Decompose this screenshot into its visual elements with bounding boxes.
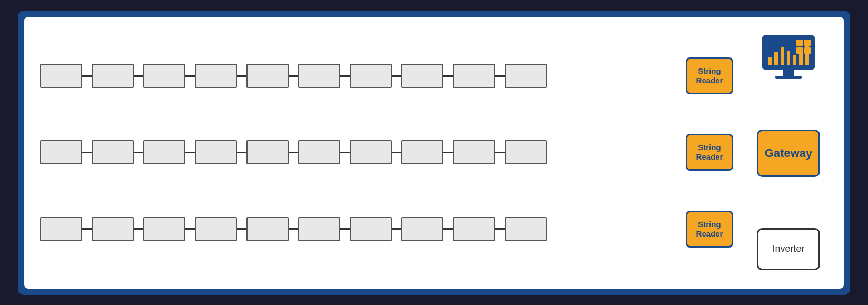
panel-connector <box>443 152 453 153</box>
solar-panel <box>143 64 185 88</box>
panel-connector <box>443 75 453 77</box>
solar-panel <box>350 217 392 241</box>
chart-bar <box>793 55 796 65</box>
inverter-box: Inverter <box>757 228 820 270</box>
solar-panel <box>453 140 495 164</box>
panel-connector <box>340 75 350 77</box>
gateway-label: Gateway <box>765 146 813 160</box>
solar-panel <box>453 217 495 241</box>
solar-panel <box>195 140 237 164</box>
panel-connector <box>340 152 350 153</box>
panel-connector <box>392 152 401 153</box>
panel-connector <box>289 75 298 77</box>
panel-row-3 <box>40 217 680 241</box>
chart-bar <box>787 51 791 65</box>
win-sq-1 <box>796 40 803 46</box>
solar-panel <box>246 217 289 241</box>
panel-connector <box>392 75 401 77</box>
panel-connector <box>340 228 350 230</box>
panel-connector <box>289 228 298 230</box>
panel-row-2 <box>40 140 680 164</box>
panel-connector <box>289 152 298 153</box>
solar-panels-area <box>40 27 680 278</box>
panel-connector <box>495 228 505 230</box>
panel-connector <box>134 75 143 77</box>
chart-bar <box>774 52 778 65</box>
solar-panel <box>505 217 547 241</box>
gateway-box: Gateway <box>757 130 820 177</box>
panel-connector <box>185 75 195 77</box>
diagram-panel: StringReader StringReader StringReader <box>24 17 844 289</box>
panel-connector <box>237 228 246 230</box>
solar-panel <box>401 64 443 88</box>
windows-icon <box>796 40 811 54</box>
solar-panel <box>92 64 134 88</box>
solar-panel <box>40 217 82 241</box>
chart-bar <box>768 57 772 65</box>
solar-panel <box>143 140 185 164</box>
panel-connector <box>82 152 92 153</box>
solar-panel <box>195 64 237 88</box>
solar-panel <box>246 140 289 164</box>
monitor-base <box>775 76 802 79</box>
right-equipment-area: Gateway Inverter <box>738 27 828 278</box>
win-sq-4 <box>804 47 811 54</box>
solar-panel <box>298 140 340 164</box>
solar-panel <box>92 217 134 241</box>
solar-panel <box>505 64 547 88</box>
outer-frame: StringReader StringReader StringReader <box>18 11 850 295</box>
panel-row-1 <box>40 64 680 88</box>
panel-connector <box>495 152 505 153</box>
solar-panel <box>40 64 82 88</box>
full-layout: StringReader StringReader StringReader <box>40 27 828 278</box>
panel-connector <box>237 75 246 77</box>
solar-panel <box>505 140 547 164</box>
solar-panel <box>298 217 340 241</box>
win-sq-3 <box>796 47 803 54</box>
solar-panel <box>143 217 185 241</box>
solar-panel <box>40 140 82 164</box>
panel-connector <box>392 228 401 230</box>
solar-panel <box>350 64 392 88</box>
string-readers-area: StringReader StringReader StringReader <box>680 27 738 278</box>
monitor-stand <box>783 70 794 76</box>
string-reader-1: StringReader <box>686 57 733 94</box>
string-reader-3: StringReader <box>686 211 733 248</box>
panel-connector <box>82 75 92 77</box>
win-sq-2 <box>804 40 811 46</box>
dashboard-monitor <box>757 35 820 79</box>
solar-panel <box>92 140 134 164</box>
panel-connector <box>185 228 195 230</box>
solar-panel <box>195 217 237 241</box>
chart-bar <box>781 47 784 65</box>
solar-panel <box>453 64 495 88</box>
panel-connector <box>82 228 92 230</box>
inverter-label: Inverter <box>772 243 804 254</box>
solar-panel <box>350 140 392 164</box>
solar-panel <box>401 140 443 164</box>
panel-connector <box>237 152 246 153</box>
panel-connector <box>443 228 453 230</box>
solar-panel <box>246 64 289 88</box>
solar-panel <box>401 217 443 241</box>
panel-connector <box>134 152 143 153</box>
solar-panel <box>298 64 340 88</box>
string-reader-2: StringReader <box>686 134 733 171</box>
panel-connector <box>134 228 143 230</box>
panel-connector <box>185 152 195 153</box>
monitor-screen <box>762 35 815 70</box>
panel-connector <box>495 75 505 77</box>
